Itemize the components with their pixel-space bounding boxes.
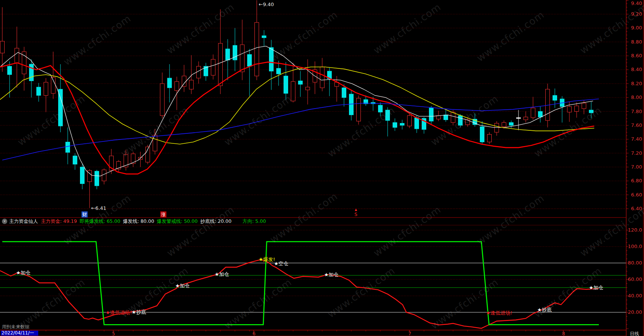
current-date-cell[interactable]: 2022/04/11/一 bbox=[1, 331, 38, 336]
candle-body bbox=[386, 110, 390, 120]
future-data-warning: 用到未来数据 bbox=[2, 324, 29, 330]
candle-body bbox=[218, 43, 223, 86]
candle-body bbox=[342, 88, 346, 97]
indicator-stat: 即将爆发线: 65.00 bbox=[80, 218, 120, 225]
candle-body bbox=[197, 66, 201, 78]
candle-body bbox=[349, 94, 354, 115]
candle-body bbox=[175, 81, 179, 91]
candle-body bbox=[255, 23, 259, 76]
candle-body bbox=[429, 108, 434, 121]
candle-body bbox=[509, 123, 514, 125]
candle-body bbox=[284, 76, 288, 93]
candle-body bbox=[211, 59, 215, 75]
indicator-stat: 方向: 5.00 bbox=[243, 218, 266, 225]
month-label-6: 6 bbox=[253, 331, 256, 336]
candle-body bbox=[226, 49, 230, 60]
candle-body bbox=[451, 112, 455, 122]
candle-body bbox=[44, 82, 48, 96]
candle-body bbox=[262, 36, 266, 37]
candle-body bbox=[575, 106, 579, 112]
candle-body bbox=[444, 115, 448, 120]
chart-canvas[interactable] bbox=[0, 0, 644, 336]
candle-body bbox=[495, 123, 499, 132]
candle-body bbox=[517, 118, 521, 118]
event-marker-arrow: ▲ bbox=[353, 208, 359, 211]
indicator-stat: 爆发线: 80.00 bbox=[123, 218, 154, 225]
candle-body bbox=[524, 117, 528, 120]
month-label-7: 7 bbox=[408, 331, 411, 336]
collapse-icon[interactable]: ∨ bbox=[2, 219, 7, 224]
candle-body bbox=[298, 81, 303, 84]
candle-body bbox=[553, 96, 557, 101]
candle-body bbox=[0, 41, 5, 53]
candle-body bbox=[567, 107, 572, 112]
candle-body bbox=[415, 118, 419, 129]
event-marker-S[interactable]: S▲ bbox=[353, 211, 359, 218]
candle-body bbox=[102, 170, 106, 181]
candle-body bbox=[408, 115, 412, 126]
candle-body bbox=[531, 108, 535, 117]
ma-red bbox=[0, 62, 594, 174]
candle-body bbox=[357, 98, 361, 121]
candle-body bbox=[320, 67, 324, 88]
candle-body bbox=[582, 103, 586, 109]
candle-body bbox=[291, 81, 295, 101]
indicator-header: ∨ 主力资金仙人 主力资金: 49.19即将爆发线: 65.00爆发线: 80.… bbox=[0, 218, 626, 225]
indicator-stat: 爆发警戒线: 50.00 bbox=[157, 218, 197, 225]
candle-body bbox=[160, 84, 165, 116]
candle-body bbox=[37, 87, 41, 96]
candle-body bbox=[73, 156, 77, 164]
candle-body bbox=[487, 135, 492, 142]
candle-body bbox=[248, 54, 252, 66]
month-label-5: 5 bbox=[112, 331, 115, 336]
candle-body bbox=[378, 105, 383, 112]
candle-body bbox=[59, 89, 63, 126]
indicator-stat: 主力资金: 49.19 bbox=[41, 218, 77, 225]
candle-body bbox=[182, 76, 186, 86]
candle-body bbox=[29, 64, 34, 81]
period-selector[interactable]: 日线 bbox=[630, 331, 639, 336]
candle-body bbox=[189, 80, 194, 89]
candle-body bbox=[480, 127, 484, 142]
month-label-8: 8 bbox=[562, 331, 565, 336]
candle-body bbox=[66, 142, 70, 153]
candle-body bbox=[269, 47, 274, 71]
candle-body bbox=[240, 45, 245, 72]
indicator-title[interactable]: 主力资金仙人 bbox=[9, 218, 38, 225]
candle-body bbox=[589, 110, 593, 113]
ma-blue bbox=[2, 99, 599, 160]
indicator-stats: 主力资金: 49.19即将爆发线: 65.00爆发线: 80.00爆发警戒线: … bbox=[41, 218, 269, 225]
candle-body bbox=[22, 52, 26, 74]
candle-body bbox=[15, 48, 19, 63]
candle-body bbox=[8, 66, 12, 75]
candle-body bbox=[502, 123, 506, 127]
candle-body bbox=[277, 68, 281, 74]
status-bar: 2022/04/11/一 5678 日线 bbox=[0, 330, 644, 336]
candle-body bbox=[458, 115, 463, 125]
stock-chart-window: www.cfchi.comwww.cfchi.comwww.cfchi.comw… bbox=[0, 0, 644, 336]
candle-body bbox=[538, 112, 543, 117]
event-marker-财[interactable]: 财 bbox=[82, 211, 88, 218]
candle-body bbox=[400, 123, 404, 125]
candle-body bbox=[393, 123, 397, 128]
ma-white bbox=[0, 46, 593, 176]
event-marker-涨[interactable]: 涨 bbox=[160, 211, 166, 218]
candle-body bbox=[95, 171, 99, 186]
candle-body bbox=[168, 78, 172, 88]
indicator-series-主力资金 bbox=[0, 260, 599, 328]
candle-body bbox=[306, 87, 310, 90]
candle-body bbox=[437, 115, 441, 119]
candle-body bbox=[80, 167, 85, 184]
indicator-stat: 抄底线: 20.00 bbox=[200, 218, 231, 225]
